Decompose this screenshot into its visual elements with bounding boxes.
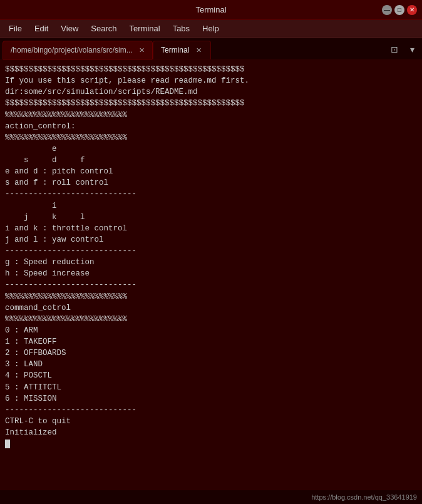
tab-sim-label: /home/bingo/project/volans/src/sim... bbox=[11, 46, 133, 54]
menu-file[interactable]: File bbox=[3, 21, 28, 36]
terminal-line: 2 : OFFBOARDS bbox=[5, 347, 417, 359]
terminal-line: 0 : ARM bbox=[5, 325, 417, 336]
terminal-line: ---------------------------- bbox=[5, 188, 417, 200]
terminal-line: j and l : yaw control bbox=[5, 234, 417, 245]
terminal-line bbox=[5, 438, 417, 450]
menu-help[interactable]: Help bbox=[196, 21, 225, 36]
terminal-line: 1 : TAKEOFF bbox=[5, 336, 417, 347]
terminal-line: %%%%%%%%%%%%%%%%%%%%%%%%%% bbox=[5, 291, 417, 302]
maximize-button[interactable]: □ bbox=[394, 5, 404, 15]
menu-bar: File Edit View Search Terminal Tabs Help bbox=[0, 20, 422, 38]
terminal-line: Initialized bbox=[5, 427, 417, 438]
terminal-line: g : Speed reduction bbox=[5, 257, 417, 268]
menu-terminal[interactable]: Terminal bbox=[123, 21, 167, 36]
terminal-line: $$$$$$$$$$$$$$$$$$$$$$$$$$$$$$$$$$$$$$$$… bbox=[5, 98, 417, 109]
title-bar: Terminal — □ ✕ bbox=[0, 0, 422, 20]
window-controls: — □ ✕ bbox=[382, 5, 417, 15]
tab-sim-close[interactable]: ✕ bbox=[138, 46, 147, 54]
terminal-line: %%%%%%%%%%%%%%%%%%%%%%%%%% bbox=[5, 132, 417, 143]
cursor bbox=[5, 440, 10, 448]
menu-view[interactable]: View bbox=[54, 21, 85, 36]
minimize-button[interactable]: — bbox=[382, 5, 392, 15]
tab-terminal-close[interactable]: ✕ bbox=[194, 46, 203, 54]
terminal-line: ---------------------------- bbox=[5, 404, 417, 416]
close-button[interactable]: ✕ bbox=[407, 5, 417, 15]
menu-tabs[interactable]: Tabs bbox=[167, 21, 196, 36]
window-title: Terminal bbox=[195, 5, 226, 14]
screenshot-icon[interactable]: ⊡ bbox=[387, 42, 402, 57]
terminal-line: 6 : MISSION bbox=[5, 393, 417, 404]
terminal-line: h : Speed increase bbox=[5, 268, 417, 279]
terminal-line: e bbox=[5, 143, 417, 155]
dropdown-icon[interactable]: ▾ bbox=[404, 42, 419, 57]
tab-bar: /home/bingo/project/volans/src/sim... ✕ … bbox=[0, 38, 422, 60]
terminal-line: 3 : LAND bbox=[5, 359, 417, 370]
tab-sim[interactable]: /home/bingo/project/volans/src/sim... ✕ bbox=[3, 41, 153, 59]
menu-edit[interactable]: Edit bbox=[28, 21, 54, 36]
terminal-line: e and d : pitch control bbox=[5, 166, 417, 177]
menu-search[interactable]: Search bbox=[85, 21, 123, 36]
terminal-line: dir:some/src/simulation/scripts/README.m… bbox=[5, 86, 417, 98]
terminal-line: If you use this script, please read read… bbox=[5, 75, 417, 86]
terminal-line: i bbox=[5, 200, 417, 212]
tab-terminal[interactable]: Terminal ✕ bbox=[153, 41, 211, 59]
terminal-line: %%%%%%%%%%%%%%%%%%%%%%%%%% bbox=[5, 110, 417, 121]
terminal-line: s and f : roll control bbox=[5, 177, 417, 188]
terminal-line: j k l bbox=[5, 212, 417, 223]
tab-terminal-label: Terminal bbox=[161, 46, 189, 54]
status-url: https://blog.csdn.net/qq_33641919 bbox=[311, 493, 417, 501]
terminal-line: 5 : ATTITCTL bbox=[5, 382, 417, 393]
terminal-line: %%%%%%%%%%%%%%%%%%%%%%%%%% bbox=[5, 314, 417, 325]
terminal-line: action_control: bbox=[5, 121, 417, 132]
terminal-line: $$$$$$$$$$$$$$$$$$$$$$$$$$$$$$$$$$$$$$$$… bbox=[5, 64, 417, 75]
terminal-line: 4 : POSCTL bbox=[5, 370, 417, 381]
terminal-line: ---------------------------- bbox=[5, 279, 417, 291]
terminal-line: ---------------------------- bbox=[5, 245, 417, 257]
terminal-content[interactable]: $$$$$$$$$$$$$$$$$$$$$$$$$$$$$$$$$$$$$$$$… bbox=[0, 60, 422, 504]
terminal-line: command_cotrol bbox=[5, 302, 417, 314]
terminal-line: s d f bbox=[5, 155, 417, 166]
terminal-line: i and k : throttle control bbox=[5, 223, 417, 234]
status-bar: https://blog.csdn.net/qq_33641919 bbox=[0, 490, 422, 504]
terminal-line: CTRL-C to quit bbox=[5, 416, 417, 427]
tab-bar-right: ⊡ ▾ bbox=[387, 42, 419, 59]
